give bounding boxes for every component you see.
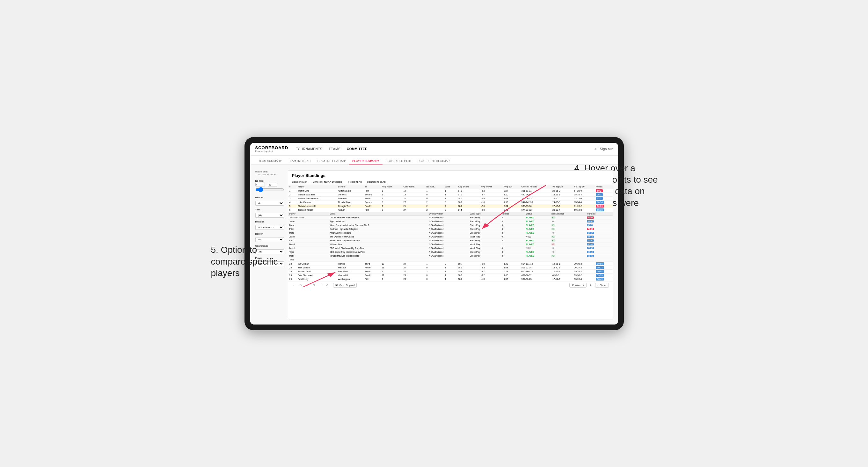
col-avg-sg: Avg SG <box>502 185 520 189</box>
standings-table: # Player School Yr Reg Rank Conf Rank No… <box>288 185 613 281</box>
points-badge[interactable]: 73.2 <box>596 197 603 200</box>
col-conf-rank: Conf Rank <box>402 185 425 189</box>
detail-row: Pitch Southern Highlands Collegiate NCAA… <box>288 227 613 231</box>
division-select[interactable]: NCAA Division I <box>255 225 284 230</box>
subnav-player-h2h-grid[interactable]: PLAYER H2H GRID <box>382 157 414 164</box>
table-row: 6 Jackson Kolson Auburn First 2 27 2 2 6… <box>288 208 613 212</box>
table-row: 23 Jack Lundin Missouri Fourth 11 24 0 1… <box>288 266 613 269</box>
app-header: SCOREBOARD Powered by clippi TOURNAMENTS… <box>250 143 618 156</box>
col-school: School <box>337 185 363 189</box>
detail-row: Jacob Tiger Invitational NCAA Division I… <box>288 219 613 223</box>
no-rds-min-input[interactable] <box>255 183 265 186</box>
watch-label: Watch <box>575 284 582 287</box>
bottom-toolbar: ↩ ↪ ⤢ ⧉ ··· ⏱ ▣ View: Original 👁 <box>288 281 613 289</box>
points-badge[interactable]: 60.27 <box>596 266 604 269</box>
col-avg-to-par: Avg to Par <box>479 185 502 189</box>
filter-row: Gender: Men Division: NCAA Division I Re… <box>288 179 613 185</box>
subnav-team-summary[interactable]: TEAM SUMMARY <box>255 157 285 164</box>
filter-year: Year (All) <box>255 208 284 218</box>
detail-row: Matti Mirabel Maui Jim Intercollegiate N… <box>288 254 613 257</box>
detail-row: Alex C Fallen Oak Collegiate Invitationa… <box>288 239 613 242</box>
detail-row: David Williams Cup NCAA Division I Match… <box>288 242 613 246</box>
points-badge[interactable]: 68.2 <box>596 189 603 192</box>
panel-title: Player Standings <box>288 170 613 179</box>
chevron-down-icon: ▾ <box>583 284 584 287</box>
points-badge[interactable]: 76.3 <box>596 193 603 196</box>
filter-division-label: Division: NCAA Division I <box>312 180 343 183</box>
subnav-player-h2h-heatmap[interactable]: PLAYER H2H HEATMAP <box>414 157 453 164</box>
watch-button[interactable]: 👁 Watch ▾ <box>569 283 587 287</box>
clock-button[interactable]: ⏱ <box>325 283 330 287</box>
nav-tournaments[interactable]: TOURNAMENTS <box>296 147 322 151</box>
redo-button[interactable]: ↪ <box>299 283 304 287</box>
expanded-row: Player Event Event Division Event Type R… <box>288 212 613 262</box>
eye-icon: 👁 <box>571 284 574 287</box>
download-button[interactable]: ⬇ <box>588 283 593 287</box>
filter-division: Division NCAA Division I <box>255 220 284 230</box>
filter-gender: Gender Men Women <box>255 196 284 206</box>
view-icon: ▣ <box>335 284 338 287</box>
subnav-player-summary[interactable]: PLAYER SUMMARY <box>349 157 382 165</box>
col-vs-top25: Vs Top 25 <box>551 185 573 189</box>
detail-row: Jackson Kolson UNCW Seahawk Intercollegi… <box>288 216 613 219</box>
detail-row: Tiichi <box>288 257 613 261</box>
table-row: 22 Ian Gilligan Florida Third 10 24 1 0 … <box>288 262 613 266</box>
detail-row: Jake I The Cypress Point Classic NCAA Di… <box>288 235 613 239</box>
points-badge[interactable]: 58.18 <box>596 209 604 211</box>
year-label: Year <box>255 208 284 211</box>
main-content: Update time: 27/01/2024 16:56:26 No Rds.… <box>250 165 618 324</box>
annotation-bottom-left: 5. Option to compare specific players <box>211 244 294 279</box>
table-row: 4 Luke Clanton Florida State Second 5 27… <box>288 200 613 204</box>
points-badge[interactable]: 60.58 <box>596 262 604 265</box>
points-badge[interactable]: 59.95 <box>596 274 604 277</box>
nav-teams[interactable]: TEAMS <box>329 147 340 151</box>
gender-select[interactable]: Men Women <box>255 201 284 206</box>
filter-region: Region N/A <box>255 232 284 242</box>
table-row: 2 Michael La Sasso Ole Miss Second 1 18 … <box>288 192 613 196</box>
sub-nav: TEAM SUMMARY TEAM H2H GRID TEAM H2H HEAT… <box>250 156 618 165</box>
header-right: ◁| Sign out <box>594 147 613 151</box>
update-time: Update time: 27/01/2024 16:56:26 <box>255 170 284 177</box>
undo-button[interactable]: ↩ <box>292 283 297 287</box>
copy-button[interactable]: ⧉ <box>312 283 316 287</box>
points-badge[interactable]: 58.49 <box>596 278 604 281</box>
subnav-team-h2h-grid[interactable]: TEAM H2H GRID <box>285 157 314 164</box>
view-original-button[interactable]: ▣ View: Original <box>333 283 357 287</box>
table-row: 3 Michael Thorbjornsen Stanford Fourth 1… <box>288 196 613 200</box>
tablet-frame: SCOREBOARD Powered by clippi TOURNAMENTS… <box>245 137 624 330</box>
col-no-rds: No Rds. <box>425 185 444 189</box>
points-badge[interactable]: 60.02 <box>596 270 604 273</box>
detail-row: Luke I SEC Match Play hosted by Jerry Pa… <box>288 246 613 250</box>
detail-row: Tiger SEC Stroke Play hosted by Jerry Pa… <box>288 250 613 254</box>
points-badge[interactable]: 68.34 <box>596 201 604 204</box>
no-rds-slider[interactable] <box>255 187 284 192</box>
filter-no-rds: No Rds. – <box>255 180 284 193</box>
no-rds-max-input[interactable] <box>268 183 277 186</box>
year-select[interactable]: (All) <box>255 213 284 218</box>
header-divider: ◁| <box>594 147 597 151</box>
dots-button[interactable]: ··· <box>318 283 323 287</box>
region-select[interactable]: N/A <box>255 237 284 242</box>
table-row: 26 Petr Hruby Washington Fifth 7 23 0 1 … <box>288 277 613 281</box>
logo-sub: Powered by clippi <box>255 150 288 152</box>
col-reg-rank: Reg Rank <box>381 185 402 189</box>
share-icon-button[interactable]: ⤢ <box>305 283 310 287</box>
points-badge[interactable]: 60.09 <box>596 205 604 208</box>
col-overall: Overall Record <box>520 185 551 189</box>
sign-out-link[interactable]: Sign out <box>600 147 613 151</box>
detail-table: Player Event Event Division Event Type R… <box>288 212 613 262</box>
division-label: Division <box>255 220 284 223</box>
no-rds-label: No Rds. <box>255 180 284 182</box>
gender-label: Gender <box>255 196 284 199</box>
subnav-team-h2h-heatmap[interactable]: TEAM H2H HEATMAP <box>314 157 349 164</box>
logo: SCOREBOARD <box>255 145 288 150</box>
share-button[interactable]: ⤴ Share <box>595 283 609 287</box>
filter-gender-label: Gender: Men <box>292 180 308 183</box>
col-vs-top50: Vs Top 50 <box>573 185 594 189</box>
no-rds-range: – <box>255 183 284 186</box>
nav-committee[interactable]: COMMITTEE <box>347 147 368 151</box>
table-row: 5 Christo Lamprecht Georgia Tech Fourth … <box>288 204 613 208</box>
filter-conference-label: Conference: All <box>367 180 386 183</box>
nav-links: TOURNAMENTS TEAMS COMMITTEE <box>296 147 594 151</box>
col-adj-score: Adj. Score <box>457 185 480 189</box>
